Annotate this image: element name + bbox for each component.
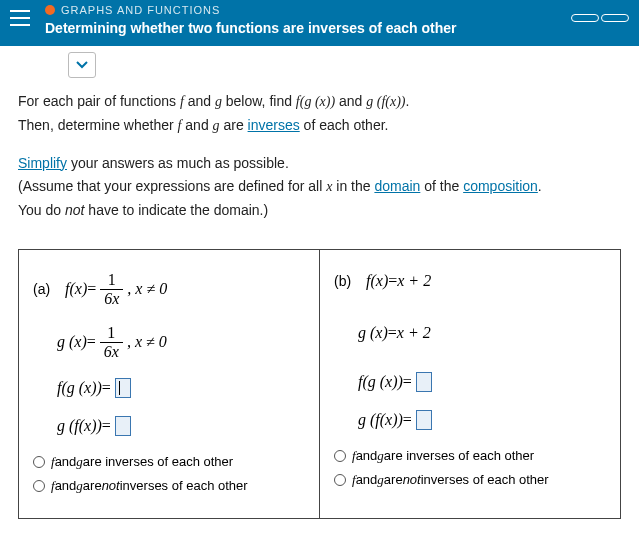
instructions: For each pair of functions f and g below… — [0, 78, 639, 235]
menu-icon[interactable] — [10, 10, 30, 26]
domain-link[interactable]: domain — [374, 178, 420, 194]
b-radio-no[interactable]: f and g are not inverses of each other — [334, 472, 606, 488]
chevron-down-icon — [76, 61, 88, 69]
radio-icon — [33, 456, 45, 468]
expand-button[interactable] — [68, 52, 96, 78]
a-gx: g (x) = 16x , x ≠ 0 — [33, 325, 305, 360]
b-fx: (b) f(x) = x + 2 — [334, 272, 606, 290]
instr-line-4: (Assume that your expressions are define… — [18, 175, 621, 199]
problem-a: (a) f(x) = 16x , x ≠ 0 g (x) = 16x , x ≠… — [19, 250, 319, 518]
topic-title: Determining whether two functions are in… — [45, 20, 571, 36]
instr-line-3: Simplify your answers as much as possibl… — [18, 152, 621, 176]
problem-b: (b) f(x) = x + 2 g (x) = x + 2 f(g (x)) … — [319, 250, 620, 518]
a-radio-yes[interactable]: f and g are inverses of each other — [33, 454, 305, 470]
section-name: GRAPHS AND FUNCTIONS — [61, 4, 220, 16]
a-fgx-row: f(g (x)) = — [33, 378, 305, 398]
fraction: 16x — [100, 325, 123, 360]
b-fgx-row: f(g (x)) = — [334, 372, 606, 392]
a-fx: (a) f(x) = 16x , x ≠ 0 — [33, 272, 305, 307]
app-header: GRAPHS AND FUNCTIONS Determining whether… — [0, 0, 639, 46]
b-gfx-row: g (f(x)) = — [334, 410, 606, 430]
inverses-link[interactable]: inverses — [248, 117, 300, 133]
problems-table: (a) f(x) = 16x , x ≠ 0 g (x) = 16x , x ≠… — [18, 249, 621, 519]
b-gfx-input[interactable] — [416, 410, 432, 430]
instr-line-1: For each pair of functions f and g below… — [18, 90, 621, 114]
progress-bar — [571, 14, 629, 22]
radio-icon — [334, 474, 346, 486]
b-fgx-input[interactable] — [416, 372, 432, 392]
a-gfx-row: g (f(x)) = — [33, 416, 305, 436]
instr-line-5: You do not have to indicate the domain.) — [18, 199, 621, 223]
a-gfx-input[interactable] — [115, 416, 131, 436]
radio-icon — [33, 480, 45, 492]
radio-icon — [334, 450, 346, 462]
composition-link[interactable]: composition — [463, 178, 538, 194]
b-gx: g (x) = x + 2 — [334, 324, 606, 342]
b-radio-yes[interactable]: f and g are inverses of each other — [334, 448, 606, 464]
simplify-link[interactable]: Simplify — [18, 155, 67, 171]
fraction: 16x — [100, 272, 123, 307]
header-text: GRAPHS AND FUNCTIONS Determining whether… — [45, 0, 571, 36]
instr-line-2: Then, determine whether f and g are inve… — [18, 114, 621, 138]
section-line: GRAPHS AND FUNCTIONS — [45, 0, 571, 18]
section-dot-icon — [45, 5, 55, 15]
a-radio-no[interactable]: f and g are not inverses of each other — [33, 478, 305, 494]
a-fgx-input[interactable] — [115, 378, 131, 398]
